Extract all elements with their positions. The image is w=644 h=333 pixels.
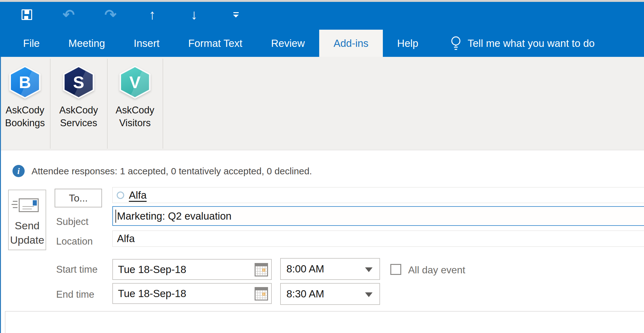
quick-access-toolbar: ↶ ↷ ↑ ↓ [19,5,270,24]
undo-icon[interactable]: ↶ [61,5,76,24]
start-date-picker[interactable]: Tue 18-Sep-18 [112,259,272,280]
dropdown-arrow-icon[interactable] [365,267,373,272]
askcody-services-label: AskCody Services [50,104,107,129]
tell-me-label: Tell me what you want to do [468,37,595,49]
send-update-label-line1: Send [9,220,46,232]
subject-input[interactable]: Marketing: Q2 evaluation [112,206,644,226]
to-button[interactable]: To... [55,189,102,207]
recipient-alfa[interactable]: Alfa [129,189,147,201]
start-time-dropdown[interactable]: 8:00 AM [280,258,380,280]
location-input[interactable]: Alfa [112,231,644,247]
move-up-icon[interactable]: ↑ [145,5,160,24]
askcody-visitors-label: AskCody Visitors [107,104,163,129]
send-envelope-icon [19,198,39,212]
end-time-label: End time [56,289,94,300]
tab-help[interactable]: Help [383,30,433,57]
calendar-icon[interactable] [255,287,268,301]
askcody-bookings-button[interactable]: B AskCody Bookings [0,57,50,150]
subject-label: Subject [56,216,88,227]
save-icon[interactable] [19,5,34,24]
ribbon-tab-bar: File Meeting Insert Format Text Review A… [9,30,595,57]
info-icon: i [12,165,25,177]
to-recipients-field[interactable]: Alfa [112,187,644,203]
tab-format-text[interactable]: Format Text [174,30,257,57]
tab-add-ins[interactable]: Add-ins [319,30,383,57]
ribbon-add-ins-group: B AskCody Bookings S AskCody Services V [0,57,644,150]
lightbulb-icon [449,35,463,52]
send-update-button[interactable]: Send Update [8,190,46,250]
location-label: Location [56,236,93,247]
send-update-label-line2: Update [9,234,46,246]
tab-insert[interactable]: Insert [120,30,174,57]
tell-me-box[interactable]: Tell me what you want to do [449,30,595,57]
askcody-bookings-icon: B [9,66,41,99]
ribbon-separator [163,59,163,149]
redo-icon[interactable]: ↷ [103,5,118,24]
tab-review[interactable]: Review [257,30,319,57]
tab-file[interactable]: File [9,30,54,57]
attendee-responses-text: Attendee responses: 1 accepted, 0 tentat… [32,166,312,176]
attendee-info-bar: i Attendee responses: 1 accepted, 0 tent… [12,165,312,177]
end-time-dropdown[interactable]: 8:30 AM [280,283,380,305]
tab-meeting[interactable]: Meeting [54,30,119,57]
window-left-edge [0,57,1,333]
end-date-picker[interactable]: Tue 18-Sep-18 [112,283,272,304]
askcody-bookings-label: AskCody Bookings [0,104,50,129]
calendar-icon[interactable] [255,263,268,276]
dropdown-arrow-icon[interactable] [365,292,373,297]
start-time-label: Start time [56,264,98,275]
meeting-body-editor[interactable] [5,311,644,333]
all-day-event-label: All day event [408,264,465,276]
all-day-event-checkbox[interactable] [390,264,401,275]
ribbon-separator [50,59,51,149]
askcody-services-button[interactable]: S AskCody Services [50,57,107,150]
askcody-services-icon: S [63,66,94,99]
move-down-icon[interactable]: ↓ [187,5,202,24]
customize-toolbar-icon[interactable] [228,5,243,24]
text-cursor [115,210,116,223]
askcody-visitors-button[interactable]: V AskCody Visitors [107,57,163,150]
askcody-visitors-icon: V [120,66,151,99]
title-ribbon-header: ↶ ↷ ↑ ↓ File Meeting Insert Format Text … [0,2,644,57]
outlook-meeting-window: ↶ ↷ ↑ ↓ File Meeting Insert Format Text … [0,0,644,333]
presence-status-icon [117,191,124,199]
ribbon-separator [107,59,108,149]
